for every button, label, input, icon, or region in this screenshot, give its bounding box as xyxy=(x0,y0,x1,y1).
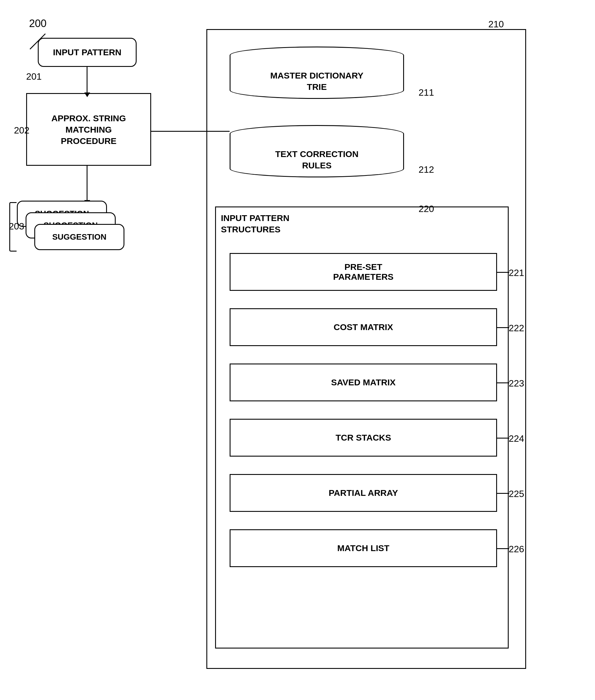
label-221: 221 xyxy=(509,268,524,278)
label-200: 200 xyxy=(29,18,47,30)
label-220: 220 xyxy=(419,204,434,214)
tick-222 xyxy=(497,327,509,328)
cylinder-master-dict: MASTER DICTIONARY TRIE xyxy=(230,47,404,105)
label-222: 222 xyxy=(509,323,524,333)
box-222-cost-matrix: COST MATRIX xyxy=(230,308,497,346)
diagram: 200 INPUT PATTERN 201 APPROX. STRING MAT… xyxy=(0,0,595,700)
label-202: 202 xyxy=(14,125,29,136)
label-212: 212 xyxy=(419,164,434,175)
box-223-saved-matrix: SAVED MATRIX xyxy=(230,364,497,401)
tick-221 xyxy=(497,272,509,273)
brace-203 xyxy=(9,202,17,251)
tick-225 xyxy=(497,493,509,494)
label-223: 223 xyxy=(509,378,524,389)
box-226-match-list: MATCH LIST xyxy=(230,529,497,567)
label-210: 210 xyxy=(488,19,504,30)
label-224: 224 xyxy=(509,433,524,444)
arrow-input-to-approx xyxy=(87,67,87,93)
cylinder-text-correction: TEXT CORRECTION RULES xyxy=(230,125,404,183)
box-225-partial-array: PARTIAL ARRAY xyxy=(230,474,497,512)
label-201: 201 xyxy=(26,71,41,82)
tick-223 xyxy=(497,382,509,383)
tick-226 xyxy=(497,548,509,549)
box-approx: APPROX. STRING MATCHING PROCEDURE xyxy=(26,93,151,166)
label-226: 226 xyxy=(509,544,524,555)
tick-224 xyxy=(497,438,509,438)
box-suggestion-3: SUGGESTION xyxy=(34,224,124,250)
label-211: 211 xyxy=(419,87,434,98)
title-220: INPUT PATTERN STRUCTURES xyxy=(221,212,289,235)
arrow-approx-to-suggestion xyxy=(87,166,87,201)
box-input-pattern: INPUT PATTERN xyxy=(38,38,137,67)
box-224-tcr-stacks: TCR STACKS xyxy=(230,419,497,457)
line-approx-tcr xyxy=(151,131,230,132)
label-225: 225 xyxy=(509,489,524,499)
box-221-pre-set: PRE-SET PARAMETERS xyxy=(230,253,497,291)
